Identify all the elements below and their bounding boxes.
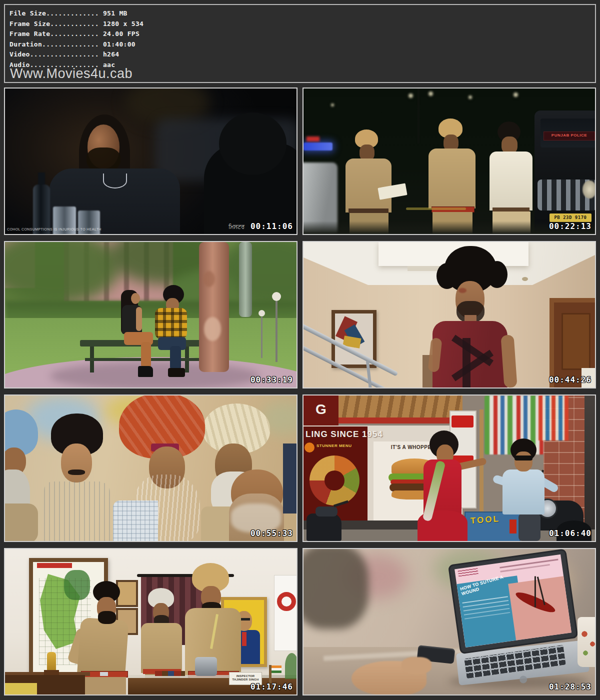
info-label: Video: [10, 50, 30, 58]
police-beacon-blue: [304, 142, 332, 150]
timestamp-overlay: 01:28:53: [549, 682, 592, 692]
rider-face: [514, 452, 532, 472]
parked-motorcycle: [306, 514, 342, 541]
timestamp-overlay: 01:06:40: [549, 529, 592, 538]
center-man-shirt: [113, 500, 158, 541]
lamp-globe: [258, 310, 265, 316]
screenshot-1: COHOL CONSUMPTIONS IS INJURIOUS TO HEALT…: [4, 88, 298, 235]
laptop-display: HOW TO SUTURE A WOUND: [454, 554, 572, 648]
woman-arm: [136, 307, 142, 331]
screenshot-2: PUNJAB POLICE PB 23D 9170 00:22:13: [302, 88, 596, 235]
civilian-shirt: [490, 152, 532, 210]
civilian-belt: [492, 208, 530, 212]
info-value: 01:40:00: [99, 40, 136, 48]
storefront-sign-corner: G: [304, 396, 338, 426]
officer1-belt: [348, 208, 388, 213]
timestamp-overlay: 00:44:26: [549, 376, 592, 384]
info-label: File Size: [10, 10, 46, 17]
movie-still-park: 00:33:19: [5, 242, 296, 388]
site-watermark: Www.Movies4u.cab: [10, 66, 132, 81]
woman-face: [131, 293, 140, 304]
woman-leg: [141, 342, 151, 368]
screenshot-8: HOW TO SUTURE A WOUND 01:28:53: [302, 548, 596, 696]
info-label: Frame Rate: [10, 30, 50, 38]
officer1-trousers: [84, 677, 126, 694]
movie-still-street: G LING SINCE 1954 STUNNER MENU IT'S A WH…: [304, 396, 595, 541]
info-value: 1280 x 534: [99, 20, 144, 28]
info-value: h264: [99, 50, 120, 58]
storefront-headline-text: LING SINCE 1954: [306, 430, 460, 439]
face-bruise: [458, 288, 466, 293]
screenshot-6: G LING SINCE 1954 STUNNER MENU IT'S A WH…: [302, 394, 596, 542]
nameplate-title: INSPECTOR: [230, 674, 262, 678]
stamp-machine: [195, 657, 217, 676]
navy-turban-edge: [283, 444, 296, 514]
woman-boot: [138, 366, 153, 377]
movie-still-police-office: INSPECTOR TAJINDER SINGH 01:17:46: [5, 549, 296, 694]
bottle: [33, 184, 50, 234]
info-value: 24.00 FPS: [99, 30, 140, 38]
trophy-base: [44, 670, 59, 675]
screenshot-grid: COHOL CONSUMPTIONS IS INJURIOUS TO HEALT…: [4, 88, 596, 696]
man-leg: [170, 346, 181, 370]
info-value: 951 MB: [99, 10, 128, 17]
palm-trunk: [199, 242, 229, 372]
man-plaid-shirt: [155, 308, 187, 339]
timestamp-overlay: 00:11:06: [250, 222, 293, 231]
movie-still-laptop: HOW TO SUTURE A WOUND 01:28:53: [304, 549, 595, 694]
movie-still-police-night: PUNJAB POLICE PB 23D 9170 00:22:13: [304, 88, 595, 234]
punjab-police-banner: PUNJAB POLICE: [544, 132, 595, 140]
price-badge: [304, 442, 314, 452]
subtitle-text: ਮਿਸਟਰ: [228, 224, 244, 230]
nameplate-name: TAJINDER SINGH: [230, 678, 262, 682]
forceps: [534, 576, 536, 607]
barrier-tape: [406, 208, 466, 210]
officer1-uniform: [346, 158, 392, 212]
rider-leg: [518, 514, 540, 541]
rider-blue-shirt: [502, 470, 544, 514]
lamp-post: [276, 301, 278, 362]
stunner-menu-text: STUNNER MENU: [316, 444, 366, 448]
screenshot-7: INSPECTOR TAJINDER SINGH 01:17:46: [4, 548, 298, 696]
screenshot-4: 00:44:26: [302, 241, 596, 388]
info-label: Duration: [10, 40, 42, 48]
officer1-uniform: [77, 618, 128, 676]
info-row-duration: Duration.............. 01:40:00: [10, 40, 595, 50]
timestamp-overlay: 00:55:33: [250, 529, 293, 538]
trunk-patch: [204, 317, 221, 341]
ceiling-spotlight: [522, 277, 528, 281]
info-row-file-size: File Size............. 951 MB: [10, 8, 595, 19]
timestamp-overlay: 00:22:13: [549, 222, 592, 231]
officer2-uniform: [428, 148, 476, 208]
movie-still-crowd: 00:55:33: [5, 396, 296, 541]
timestamp-overlay: 00:33:19: [250, 376, 293, 384]
bokeh-light: [408, 94, 413, 98]
cup-floral-pattern: [580, 629, 595, 659]
dark-pillar: [584, 396, 595, 541]
portrait-red-tie: [242, 632, 246, 646]
cola-logo-band: [452, 416, 474, 428]
motorcycle-seat: [316, 506, 338, 516]
movie-still-interior: 00:44:26: [304, 242, 595, 388]
info-dots: .............: [46, 10, 99, 17]
young-man-moustache: [68, 470, 85, 475]
movie-still-bar-scene: COHOL CONSUMPTIONS IS INJURIOUS TO HEALT…: [5, 88, 296, 234]
bokeh-light: [468, 96, 472, 99]
india-flag: [272, 666, 282, 673]
trunk-patch: [203, 271, 215, 287]
hanging-sachets: [538, 396, 568, 440]
laptop: HOW TO SUTURE A WOUND: [443, 549, 592, 694]
bokeh-light: [428, 92, 433, 96]
timestamp-overlay: 01:17:46: [250, 682, 293, 692]
info-dots: ..............: [42, 40, 99, 48]
young-man-face: [61, 444, 92, 482]
webpage-logo: [458, 568, 478, 576]
screenshot-5: 00:55:33: [4, 394, 298, 542]
info-dots: .................: [30, 50, 99, 58]
officer2-uniform: [141, 623, 182, 673]
person-shoulder: [304, 549, 368, 629]
health-warning-text: COHOL CONSUMPTIONS IS INJURIOUS TO HEALT…: [7, 228, 102, 232]
webpage-navbar: [500, 564, 550, 572]
lamp-globe: [272, 292, 281, 301]
info-dots: ............: [50, 20, 99, 28]
